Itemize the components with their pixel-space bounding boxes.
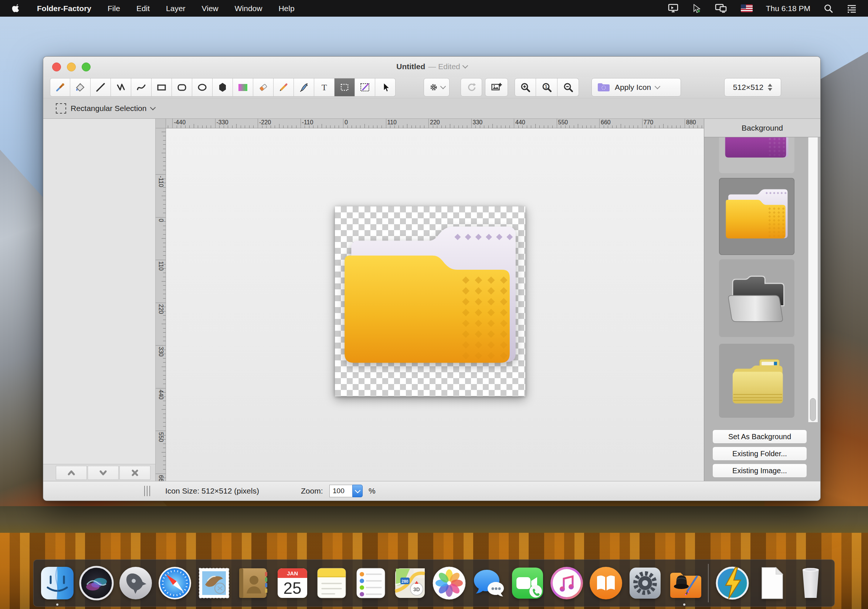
menu-view[interactable]: View: [202, 4, 219, 13]
dock-contacts-icon[interactable]: [236, 566, 271, 601]
menu-edit[interactable]: Edit: [136, 4, 150, 13]
airbrush-tool[interactable]: [294, 78, 314, 96]
dock-itunes-icon[interactable]: [549, 566, 584, 601]
zoom-out-button[interactable]: [558, 78, 579, 96]
dock-ibooks-icon[interactable]: [588, 566, 624, 601]
apple-menu-icon[interactable]: [12, 3, 21, 14]
svg-text:1: 1: [544, 84, 547, 90]
ruler-corner: [156, 119, 166, 128]
thumbnail-classic-yellow-folder[interactable]: [719, 344, 794, 418]
panel-resize-grip[interactable]: [144, 486, 150, 496]
menu-help[interactable]: Help: [278, 4, 294, 13]
rounded-rect-tool[interactable]: [172, 78, 192, 96]
icon-size-stepper[interactable]: 512×512: [724, 78, 781, 96]
zoom-window-button[interactable]: [82, 62, 91, 71]
menu-file[interactable]: File: [108, 4, 120, 13]
folder-factory-window: Untitled — Edited T 1: [43, 56, 821, 501]
dock-system-preferences-icon[interactable]: [627, 566, 663, 601]
dock-document-icon[interactable]: [754, 566, 789, 601]
polygon-tool[interactable]: [212, 78, 233, 96]
menubar-clock[interactable]: Thu 6:18 PM: [766, 4, 810, 13]
zoom-combobox[interactable]: 100: [329, 485, 363, 497]
dock-siri-icon[interactable]: [79, 566, 114, 601]
zoom-actual-size-button[interactable]: 1: [536, 78, 558, 96]
set-as-background-button[interactable]: Set As Background: [712, 430, 807, 444]
zoom-button-group: 1: [515, 78, 579, 96]
close-button[interactable]: [52, 62, 61, 71]
gear-menu-button[interactable]: [424, 78, 450, 96]
existing-image-button[interactable]: Existing Image...: [712, 464, 807, 478]
rect-selection-tool[interactable]: [335, 78, 355, 96]
zoom-in-button[interactable]: [515, 78, 536, 96]
import-image-button[interactable]: [485, 78, 508, 96]
fill-tool[interactable]: [70, 78, 91, 96]
svg-text:JAN: JAN: [287, 570, 298, 576]
dock-folder-factory-icon[interactable]: [666, 566, 702, 601]
line-tool[interactable]: [91, 78, 111, 96]
curve-tool[interactable]: [131, 78, 152, 96]
dock-trash-icon[interactable]: [793, 566, 828, 601]
dock-safari-icon[interactable]: [157, 566, 192, 601]
apply-icon-button[interactable]: Apply Icon: [592, 78, 681, 96]
running-indicator: [56, 603, 59, 606]
thumbnail-yellow-white-tab-folder[interactable]: [719, 178, 794, 255]
display-icon[interactable]: [668, 4, 679, 13]
menu-layer[interactable]: Layer: [166, 4, 186, 13]
dock: JAN252803D: [33, 559, 835, 607]
polyline-tool[interactable]: [111, 78, 131, 96]
layers-panel-buttons: [43, 464, 155, 482]
magic-selection-tool[interactable]: [355, 78, 375, 96]
scrollbar-thumb[interactable]: [810, 398, 816, 421]
redo-button[interactable]: [460, 78, 482, 96]
tool-group: T: [50, 78, 395, 96]
dock-lightning-app-icon[interactable]: [715, 566, 750, 601]
dock-finder-icon[interactable]: [40, 566, 75, 601]
zoom-dropdown-button[interactable]: [352, 485, 363, 497]
move-down-button[interactable]: [88, 466, 119, 480]
pencil-tool[interactable]: [274, 78, 294, 96]
dock-calendar-icon[interactable]: JAN25: [275, 566, 310, 601]
ellipse-tool[interactable]: [192, 78, 212, 96]
chevron-down-icon[interactable]: [150, 105, 156, 110]
us-flag-icon[interactable]: [741, 5, 753, 12]
dock-messages-icon[interactable]: [471, 566, 506, 601]
gradient-tool[interactable]: [233, 78, 253, 96]
svg-text:3D: 3D: [413, 586, 420, 592]
thumbnail-gray-metallic-folder[interactable]: [719, 259, 794, 337]
menubar: Folder-Factory FileEditLayerViewWindowHe…: [0, 0, 868, 17]
delete-button[interactable]: [119, 466, 150, 480]
vertical-ruler: -1100110220330440550660: [156, 128, 166, 482]
displays-icon[interactable]: [715, 4, 727, 13]
svg-text:T: T: [322, 82, 327, 92]
dock-launchpad-icon[interactable]: [118, 566, 153, 601]
pointer-icon[interactable]: [692, 4, 702, 13]
dock-maps-icon[interactable]: 2803D: [392, 566, 428, 601]
titlebar[interactable]: Untitled — Edited: [43, 57, 820, 76]
minimize-button[interactable]: [67, 62, 76, 71]
menubar-app-name[interactable]: Folder-Factory: [37, 4, 91, 13]
zoom-value-field[interactable]: 100: [329, 485, 352, 497]
dock-reminders-icon[interactable]: [353, 566, 389, 601]
text-tool[interactable]: T: [314, 78, 335, 96]
thumbnail-purple-folder[interactable]: [719, 137, 794, 173]
wallpaper-shoreline: [0, 506, 868, 534]
title-chevron-icon[interactable]: [462, 63, 468, 69]
folder-icon-artwork[interactable]: [335, 207, 525, 396]
spotlight-icon[interactable]: [824, 4, 833, 13]
move-up-button[interactable]: [56, 466, 87, 480]
stepper-arrows-icon[interactable]: [768, 84, 772, 91]
cursor-tool[interactable]: [375, 78, 395, 96]
notification-center-icon[interactable]: [846, 4, 857, 13]
menu-window[interactable]: Window: [235, 4, 262, 13]
rectangle-tool[interactable]: [152, 78, 172, 96]
dock-facetime-icon[interactable]: [510, 566, 545, 601]
eyedropper-tool[interactable]: [50, 78, 70, 96]
dock-mail-icon[interactable]: [196, 566, 232, 601]
eraser-tool[interactable]: [253, 78, 274, 96]
panel-scrollbar[interactable]: [808, 137, 818, 422]
selection-mode-label[interactable]: Rectangular Selection: [71, 104, 146, 113]
canvas[interactable]: [166, 128, 704, 482]
dock-notes-icon[interactable]: [314, 566, 349, 601]
dock-photos-icon[interactable]: [431, 566, 467, 601]
existing-folder-button[interactable]: Existing Folder...: [712, 447, 807, 461]
